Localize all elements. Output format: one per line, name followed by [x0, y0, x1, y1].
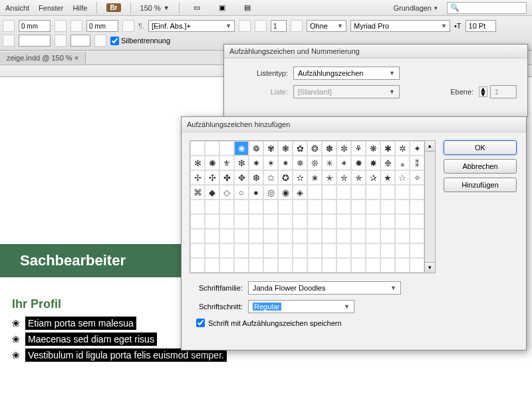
glyph-cell[interactable] — [234, 243, 249, 258]
glyph-cell[interactable]: ✮ — [336, 170, 351, 185]
glyph-cell[interactable] — [278, 258, 293, 273]
glyph-cell[interactable]: ❁ — [249, 141, 263, 156]
glyph-cell[interactable] — [410, 185, 424, 200]
glyph-cell[interactable] — [322, 258, 336, 273]
indent-left-icon[interactable] — [3, 20, 15, 32]
glyph-cell[interactable] — [249, 243, 263, 258]
glyph-cell[interactable] — [205, 243, 219, 258]
glyph-cell[interactable] — [205, 258, 219, 273]
glyph-cell[interactable]: ✶ — [263, 156, 278, 170]
glyph-cell[interactable] — [263, 214, 278, 229]
save-font-checkbox[interactable]: Schrift mit Aufzählungszeichen speichern — [196, 319, 517, 327]
glyph-cell[interactable] — [263, 200, 278, 214]
menu-ansicht[interactable]: Ansicht — [5, 4, 29, 12]
glyph-cell[interactable]: ✱ — [380, 141, 395, 156]
glyph-cell[interactable] — [190, 258, 205, 273]
menu-fenster[interactable]: Fenster — [39, 4, 63, 12]
font-size-select[interactable]: 10 Pt — [466, 20, 496, 32]
glyph-cell[interactable]: ❀ — [234, 141, 249, 156]
glyph-cell[interactable] — [366, 243, 380, 258]
glyph-cell[interactable]: ✽ — [322, 141, 336, 156]
glyph-cell[interactable]: ✵ — [293, 156, 307, 170]
list-text[interactable]: Vestibulum id ligula porta felis euismod… — [25, 348, 227, 362]
list-text[interactable]: Etiam porta sem malesua — [25, 317, 136, 330]
menu-hilfe[interactable]: Hilfe — [72, 4, 87, 12]
glyph-cell[interactable] — [322, 229, 336, 243]
indent-first-field[interactable] — [86, 20, 118, 32]
glyph-cell[interactable] — [278, 243, 293, 258]
glyph-cell[interactable]: ❊ — [307, 156, 322, 170]
glyph-cell[interactable] — [293, 243, 307, 258]
glyph-cell[interactable] — [395, 258, 410, 273]
glyph-cell[interactable] — [219, 214, 234, 229]
glyph-cell[interactable]: ⁑ — [410, 156, 424, 170]
glyph-cell[interactable]: ○ — [234, 185, 249, 200]
glyph-cell[interactable] — [351, 200, 366, 214]
glyph-cell[interactable]: ✺ — [205, 156, 219, 170]
scroll-down[interactable]: ▾ — [425, 262, 435, 273]
glyph-cell[interactable] — [263, 229, 278, 243]
glyph-cell[interactable]: ◆ — [205, 185, 219, 200]
glyph-cell[interactable] — [249, 258, 263, 273]
glyph-cell[interactable] — [351, 229, 366, 243]
glyph-cell[interactable]: ✹ — [351, 156, 366, 170]
balance-icon[interactable] — [291, 20, 303, 32]
glyph-cell[interactable] — [366, 258, 380, 273]
glyph-cell[interactable]: ★ — [380, 170, 395, 185]
glyph-cell[interactable] — [278, 214, 293, 229]
glyph-cell[interactable] — [395, 200, 410, 214]
glyph-cell[interactable] — [322, 185, 336, 200]
glyph-cell[interactable]: ⚜ — [219, 156, 234, 170]
columns-field[interactable] — [271, 20, 287, 32]
glyph-cell[interactable]: ✦ — [410, 141, 424, 156]
field-a[interactable] — [19, 35, 51, 47]
glyph-cell[interactable]: ✷ — [249, 156, 263, 170]
glyph-cell[interactable] — [219, 243, 234, 258]
glyph-cell[interactable]: ◇ — [219, 185, 234, 200]
glyph-cell[interactable] — [219, 229, 234, 243]
glyph-cell[interactable]: ◎ — [263, 185, 278, 200]
glyph-cell[interactable] — [410, 200, 424, 214]
dropcap-icon[interactable] — [55, 35, 66, 47]
scroll-track[interactable] — [425, 152, 435, 262]
glyph-cell[interactable] — [205, 200, 219, 214]
glyph-cell[interactable] — [249, 229, 263, 243]
glyph-cell[interactable] — [293, 200, 307, 214]
glyph-cell[interactable] — [234, 258, 249, 273]
glyph-cell[interactable] — [322, 214, 336, 229]
schriftfamilie-select[interactable]: Janda Flower Doodles▼ — [248, 281, 401, 295]
glyph-cell[interactable]: ✭ — [322, 170, 336, 185]
glyph-cell[interactable]: ⁕ — [278, 156, 293, 170]
glyph-cell[interactable] — [410, 243, 424, 258]
glyph-cell[interactable]: ✼ — [336, 141, 351, 156]
glyph-cell[interactable]: ✿ — [293, 141, 307, 156]
glyph-cell[interactable] — [307, 214, 322, 229]
glyph-cell[interactable] — [249, 200, 263, 214]
glyph-cell[interactable] — [366, 200, 380, 214]
glyph-cell[interactable] — [219, 200, 234, 214]
glyph-cell[interactable] — [263, 258, 278, 273]
indent-icon[interactable] — [3, 35, 15, 47]
glyph-cell[interactable] — [307, 200, 322, 214]
field-b[interactable] — [70, 35, 90, 47]
glyph-cell[interactable] — [366, 185, 380, 200]
glyph-cell[interactable] — [410, 214, 424, 229]
glyph-cell[interactable] — [307, 185, 322, 200]
glyph-cell[interactable] — [351, 243, 366, 258]
arrange-icon[interactable]: ▤ — [239, 1, 255, 15]
glyph-cell[interactable] — [278, 200, 293, 214]
glyph-cell[interactable] — [190, 229, 205, 243]
glyph-cell[interactable] — [336, 200, 351, 214]
glyph-cell[interactable] — [351, 214, 366, 229]
columns-icon[interactable] — [255, 20, 267, 32]
glyph-cell[interactable] — [395, 214, 410, 229]
glyph-cell[interactable] — [219, 141, 234, 156]
search-input[interactable]: 🔍 — [447, 2, 527, 14]
glyph-cell[interactable] — [190, 141, 205, 156]
indent-left-field[interactable] — [19, 20, 51, 32]
ok-button[interactable]: OK — [444, 140, 517, 155]
list-icon[interactable] — [122, 20, 134, 32]
glyph-cell[interactable]: ✩ — [263, 170, 278, 185]
glyph-cell[interactable] — [190, 200, 205, 214]
glyph-cell[interactable]: ⁎ — [395, 156, 410, 170]
